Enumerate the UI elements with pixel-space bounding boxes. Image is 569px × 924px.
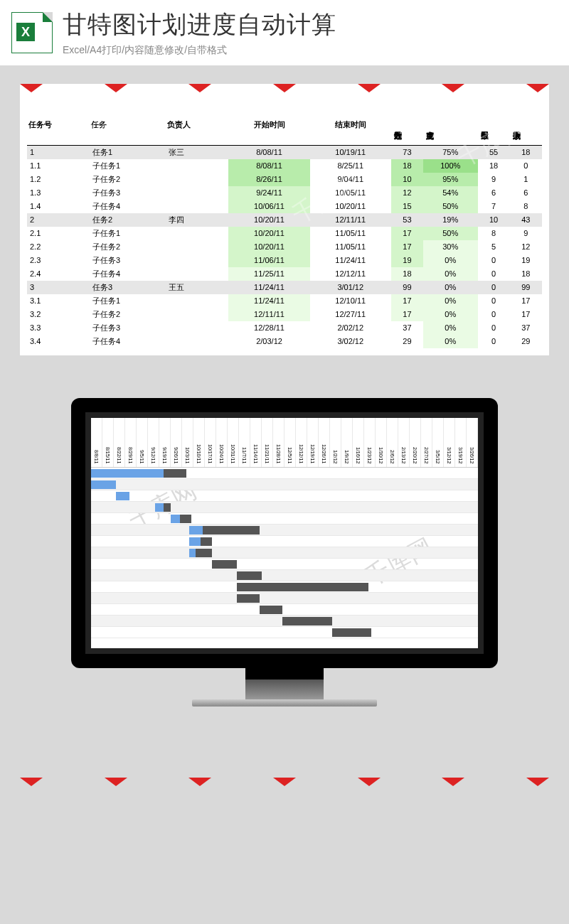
bottom-triangles: [0, 778, 569, 786]
gantt-table: 任务号任务负责人开始时间结束时间计划天数完成度已用天数剩余天数 1任务1张三8/…: [27, 105, 542, 348]
excel-icon: X: [11, 12, 53, 53]
table-row: 3.3子任务312/28/112/02/12370%037: [27, 321, 542, 335]
page-title: 甘特图计划进度自动计算: [63, 9, 336, 41]
gantt-chart: 千库网 千库网 8/8/118/15/118/22/118/29/119/5/1…: [91, 418, 478, 648]
table-row: 1.2子任务28/26/119/04/111095%91: [27, 173, 542, 186]
table-row: 2.2子任务210/20/1111/05/111730%512: [27, 240, 542, 254]
table-row: 3.1子任务111/24/1112/10/11170%017: [27, 294, 542, 308]
table-row: 1.1子任务18/08/118/25/1118100%180: [27, 159, 542, 173]
page-subtitle: Excel/A4打印/内容随意修改/自带格式: [63, 44, 336, 57]
table-row: 1任务1张三8/08/1110/19/117375%5518: [27, 145, 542, 159]
table-row: 2.1子任务110/20/1111/05/111750%89: [27, 227, 542, 240]
table-row: 3.2子任务212/11/1112/27/11170%017: [27, 308, 542, 321]
page-header: X 甘特图计划进度自动计算 Excel/A4打印/内容随意修改/自带格式: [0, 0, 569, 65]
spreadsheet-panel: 千库网 千库网 千库网 任务号任务负责人开始时间结束时间计划天数完成度已用天数剩…: [20, 84, 549, 355]
table-row: 2任务2李四10/20/1112/11/115319%1043: [27, 213, 542, 227]
table-row: 1.3子任务39/24/1110/05/111254%66: [27, 186, 542, 200]
table-row: 1.4子任务410/06/1110/20/111550%78: [27, 200, 542, 213]
table-row: 2.3子任务311/06/1111/24/11190%019: [27, 254, 542, 267]
monitor-mockup: 千库网 千库网 8/8/118/15/118/22/118/29/119/5/1…: [71, 398, 498, 707]
table-row: 3任务3王五11/24/113/01/12990%099: [27, 281, 542, 294]
table-row: 2.4子任务411/25/1112/12/11180%018: [27, 267, 542, 281]
table-row: 3.4子任务42/03/123/02/12290%029: [27, 335, 542, 348]
